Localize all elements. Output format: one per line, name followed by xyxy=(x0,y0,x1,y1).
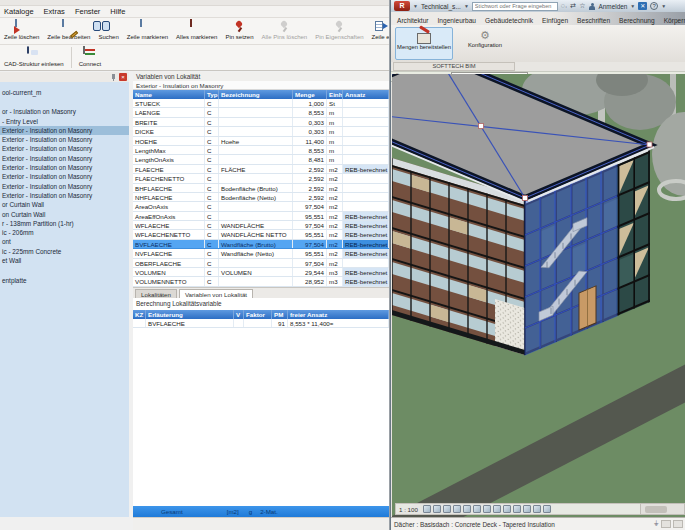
menu-item-hilfe[interactable]: Hilfe xyxy=(110,7,125,16)
tree-item[interactable]: Exterior - Insulation on Masonry xyxy=(0,191,129,200)
tree-item[interactable]: ic - 206mm xyxy=(0,228,129,237)
toolbar-button-search-binoculars[interactable]: Suchen xyxy=(94,18,122,44)
table-row[interactable]: AreaOnAxis C 97,504 m2 xyxy=(133,202,389,211)
lock-view-icon[interactable] xyxy=(503,505,511,513)
ribbon-tab-einfügen[interactable]: Einfügen xyxy=(542,17,568,24)
toolbar-button-mark-all[interactable]: Alles markieren xyxy=(172,18,221,44)
shadows-icon[interactable] xyxy=(463,505,471,513)
ribbon-button-mengen-bereitstellen[interactable]: Mengen bereitstellen xyxy=(395,27,453,60)
toolbar-button-edit-row[interactable]: Zeile bearbeiten xyxy=(43,18,94,44)
ribbon-tab-berechnung[interactable]: Berechnung xyxy=(619,17,655,24)
ribbon-tab-architektur[interactable]: Architektur xyxy=(397,17,429,24)
toolbar-button-pin-set[interactable]: Pin setzen xyxy=(221,18,257,44)
table-row[interactable]: STUECK C 1,000 St xyxy=(133,99,389,108)
table-row[interactable]: VOLUMEN C VOLUMEN 29,544 m3 REB-berechne… xyxy=(133,268,389,277)
search-icon[interactable]: ◌˒ xyxy=(561,1,568,11)
table-row[interactable]: FLAECHE C FLÄCHE 2,592 m2 REB-berechnet xyxy=(133,165,389,174)
filter-icon[interactable]: ⏚ xyxy=(654,520,659,528)
column-header-typ[interactable]: Typ xyxy=(205,90,219,99)
close-panel-icon[interactable]: × xyxy=(119,73,127,81)
reveal-hidden-icon[interactable] xyxy=(523,505,531,513)
calc-column-header-erl-uterung[interactable]: Erläuterung xyxy=(146,310,234,319)
ribbon-button-konfiguration[interactable]: ⚙Konfiguration xyxy=(456,27,514,60)
column-header-name[interactable]: Name xyxy=(133,90,205,99)
calc-column-header-faktor[interactable]: Faktor xyxy=(244,310,272,319)
detail-level-icon[interactable] xyxy=(433,505,441,513)
table-row[interactable]: DICKE C 0,303 m xyxy=(133,127,389,136)
crop-view-icon[interactable] xyxy=(483,505,491,513)
calc-ansatz[interactable]: 8,553 * 11,400= xyxy=(288,319,389,327)
toolbar-button-connect[interactable]: Connect xyxy=(75,45,105,70)
ribbon-tab-gebäudetechnik[interactable]: Gebäudetechnik xyxy=(485,17,533,24)
calc-column-header-pm[interactable]: PM xyxy=(272,310,288,319)
logo-dropdown-icon[interactable]: ▼ xyxy=(413,3,418,9)
column-header-einheit[interactable]: Einheit xyxy=(327,90,343,99)
tree-item[interactable]: Exterior - Insulation on Masonry xyxy=(0,126,129,135)
tree-item[interactable] xyxy=(0,265,129,276)
temporary-hide-icon[interactable] xyxy=(513,505,521,513)
tab-lokalit-ten[interactable]: Lokalitäten xyxy=(135,289,177,298)
sign-in-label[interactable]: Anmelden xyxy=(599,3,628,10)
tree-item[interactable]: Exterior - Insulation on Masonry xyxy=(0,154,129,163)
table-row[interactable]: BREITE C 0,303 m xyxy=(133,118,389,127)
toolbar-button-mark-row[interactable]: Zeile markieren xyxy=(123,18,172,44)
scale-icon[interactable] xyxy=(423,505,431,513)
signin-dropdown-icon[interactable]: ▼ xyxy=(630,3,635,9)
tree-item[interactable]: et Wall xyxy=(0,256,129,265)
more-icon[interactable] xyxy=(543,505,551,513)
favorites-star-icon[interactable]: ☆ xyxy=(579,1,585,11)
menu-item-kataloge[interactable]: Kataloge xyxy=(4,7,34,16)
exchange-apps-icon[interactable]: ⇄ xyxy=(570,1,576,11)
table-row[interactable]: BHFLAECHE C Bodenfläche (Brutto) 2,592 m… xyxy=(133,184,389,193)
calc-column-header-freier-ansatz[interactable]: freier Ansatz xyxy=(288,310,389,319)
column-header-menge[interactable]: Menge xyxy=(293,90,327,99)
table-row[interactable]: WFLAECHE C WANDFLÄCHE 97,504 m2 REB-bere… xyxy=(133,221,389,230)
tree-item[interactable]: Exterior - Insulation on Masonry xyxy=(0,135,129,144)
toolbar-button-cad-structure[interactable]: CAD-Struktur einlesen xyxy=(0,45,68,70)
table-row[interactable]: AreaEffOnAxis C 95,551 m2 REB-berechnet xyxy=(133,212,389,221)
toolbar-button-insert-row[interactable]: Zeile einfügen xyxy=(368,18,389,44)
toolbar-button-delete-row[interactable]: Zeile löschen xyxy=(0,18,43,44)
tree-item[interactable]: ic - 225mm Concrete xyxy=(0,247,129,256)
search-input[interactable] xyxy=(472,2,558,11)
column-header-bezeichnung[interactable]: Bezeichnung xyxy=(219,90,293,99)
variables-panel-subtab[interactable]: Exterior - Insulation on Masonry xyxy=(133,81,389,90)
tree-item[interactable]: Exterior - Insulation on Masonry xyxy=(0,144,129,153)
calc-column-header-v[interactable]: V xyxy=(234,310,244,319)
table-row[interactable]: WFLAECHENETTO C WANDFLÄCHE NETTO 95,551 … xyxy=(133,230,389,239)
sun-path-icon[interactable] xyxy=(453,505,461,513)
table-row[interactable]: NHFLAECHE C Bodenfläche (Netto) 2,592 m2 xyxy=(133,193,389,202)
calc-table-row[interactable]: BVFLAECHE 91 8,553 * 11,400= xyxy=(133,319,389,328)
model-viewport[interactable] xyxy=(392,74,685,517)
user-icon[interactable] xyxy=(589,3,596,10)
communication-center-icon[interactable]: ✕ xyxy=(638,2,647,10)
help-icon[interactable]: ? xyxy=(650,2,658,10)
table-row[interactable]: HOEHE C Hoehe 11,400 m xyxy=(133,137,389,146)
table-row[interactable]: VOLUMENNETTO C 28,952 m3 REB-berechnet xyxy=(133,277,389,286)
tab-variablen-von-lokalit-t[interactable]: Variablen von Lokalität xyxy=(179,289,253,298)
tree-item[interactable]: ool-current_m xyxy=(0,88,129,97)
visual-style-icon[interactable] xyxy=(443,505,451,513)
constraints-icon[interactable] xyxy=(533,505,541,513)
help-dropdown-icon[interactable]: ▼ xyxy=(661,3,666,9)
calc-column-header-kz[interactable]: KZ xyxy=(133,310,146,319)
revit-logo[interactable]: R xyxy=(394,1,410,11)
ribbon-tab-beschriften[interactable]: Beschriften xyxy=(577,17,610,24)
toolbar-button-pin-properties[interactable]: Pin Eigenschaften xyxy=(311,18,367,44)
tree-item[interactable]: Exterior - Insulation on Masonry xyxy=(0,163,129,172)
design-options-box[interactable] xyxy=(673,520,683,528)
tree-item[interactable]: entplatte xyxy=(0,276,129,285)
rendering-icon[interactable] xyxy=(473,505,481,513)
worksets-box[interactable] xyxy=(661,520,671,528)
menu-item-fenster[interactable]: Fenster xyxy=(75,7,100,16)
table-row[interactable]: NVFLAECHE C Wandfläche (Netto) 95,551 m2… xyxy=(133,249,389,258)
table-row[interactable]: OBERFLAECHE C 97,504 m2 xyxy=(133,259,389,268)
view-scale-label[interactable]: 1 : 100 xyxy=(399,506,418,513)
table-row[interactable]: LAENGE C 8,553 m xyxy=(133,108,389,117)
title-dropdown-icon[interactable]: ▼ xyxy=(464,3,469,9)
scrollbar-thumb[interactable] xyxy=(645,506,667,513)
toolbar-button-pin-clear[interactable]: Alle Pins löschen xyxy=(258,18,312,44)
horizontal-scrollbar[interactable] xyxy=(640,503,685,515)
table-row[interactable]: FLAECHENETTO C 2,592 m2 xyxy=(133,174,389,183)
ribbon-tab-ingenieurbau[interactable]: Ingenieurbau xyxy=(438,17,477,24)
